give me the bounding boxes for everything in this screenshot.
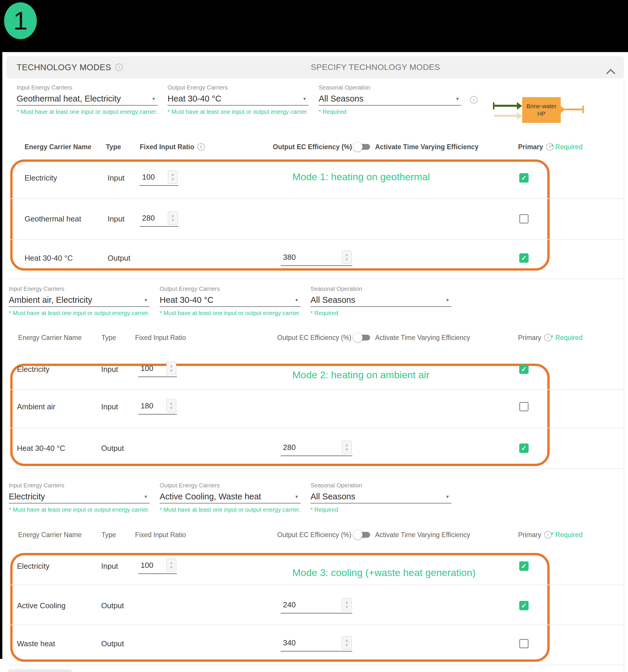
mode-2-annotation: Mode 2: heating on ambient air xyxy=(292,369,429,381)
fixed-input-ratio-field[interactable]: 100 ∧∨ xyxy=(138,361,177,377)
carrier-table-header: Energy Carrier Name Type Fixed Input Rat… xyxy=(0,331,628,344)
step-number-badge: 1 xyxy=(4,2,37,39)
output-efficiency-field[interactable]: 280 ∧∨ xyxy=(281,440,352,456)
seasonal-select[interactable]: All Seasons ▼ xyxy=(310,293,451,307)
section-divider xyxy=(9,665,624,665)
stepper-up-icon: ∧ xyxy=(171,173,174,177)
input-carriers-group: Input Energy Carriers Electricity ▼ * Mu… xyxy=(9,482,150,513)
carrier-table-header: Energy Carrier Name Type Fixed Input Rat… xyxy=(0,140,628,153)
number-stepper[interactable]: ∧∨ xyxy=(166,558,176,572)
stepper-down-icon: ∨ xyxy=(171,218,174,222)
number-stepper[interactable]: ∧∨ xyxy=(166,362,176,375)
primary-checkbox[interactable] xyxy=(519,443,529,453)
technology-diagram: Brine-water HP xyxy=(492,94,589,125)
input-carriers-select[interactable]: Geothermal heat, Electricity ▼ xyxy=(17,92,157,105)
seasonal-select[interactable]: All Seasons ▼ xyxy=(310,490,451,503)
info-icon[interactable]: i xyxy=(115,64,123,71)
primary-checkbox[interactable] xyxy=(519,254,529,263)
time-varying-toggle[interactable] xyxy=(353,530,372,540)
mode-3-annotation: Mode 3: cooling (+waste heat generation) xyxy=(292,567,476,578)
carrier-hint: * Must have at least one input or output… xyxy=(17,109,157,115)
panel-subtitle: SPECIFY TECHNOLOGY MODES xyxy=(311,56,440,78)
number-stepper[interactable]: ∧∨ xyxy=(342,598,352,611)
info-icon[interactable]: i xyxy=(470,96,478,103)
carrier-row: Geothermal heat Input 280 ∧∨ xyxy=(0,210,628,227)
input-carriers-group: Input Energy Carriers Ambient air, Elect… xyxy=(9,286,150,316)
output-efficiency-field[interactable]: 240 ∧∨ xyxy=(281,598,352,614)
number-stepper[interactable]: ∧∨ xyxy=(342,636,352,649)
fixed-input-ratio-field[interactable]: 180 ∧∨ xyxy=(138,399,177,414)
stepper-down-icon: ∨ xyxy=(345,447,348,451)
output-carriers-select[interactable]: Active Cooling, Waste heat ▼ xyxy=(160,490,301,503)
carrier-row: Active Cooling Output 240 ∧∨ xyxy=(0,597,628,615)
primary-checkbox[interactable] xyxy=(519,173,529,183)
required-hint: * Required xyxy=(319,109,461,115)
number-stepper[interactable]: ∧∨ xyxy=(168,211,178,225)
seasonal-select[interactable]: All Seasons ▼ xyxy=(319,92,461,105)
carrier-hint: * Must have at least one input or output… xyxy=(168,109,308,115)
partial-button[interactable] xyxy=(8,669,72,672)
output-carriers-group: Output Energy Carriers Heat 30-40 °C ▼ *… xyxy=(160,286,301,316)
top-black-bar xyxy=(0,0,628,52)
stepper-down-icon: ∨ xyxy=(345,257,348,261)
row-divider xyxy=(9,198,624,199)
panel-title-group: TECHNOLOGY MODES i xyxy=(17,56,123,78)
number-stepper[interactable]: ∧∨ xyxy=(166,399,176,412)
input-carriers-select[interactable]: Electricity ▼ xyxy=(9,490,150,503)
primary-checkbox[interactable] xyxy=(519,364,529,374)
dropdown-caret-icon: ▼ xyxy=(295,297,301,303)
dropdown-caret-icon: ▼ xyxy=(445,494,451,499)
primary-checkbox[interactable] xyxy=(519,214,529,223)
stepper-down-icon: ∨ xyxy=(345,605,348,609)
number-stepper[interactable]: ∧∨ xyxy=(342,250,352,264)
info-icon[interactable]: i xyxy=(197,143,205,151)
input-carriers-label: Input Energy Carriers xyxy=(17,84,157,91)
stepper-up-icon: ∧ xyxy=(345,639,348,643)
stepper-up-icon: ∧ xyxy=(170,561,173,565)
time-varying-toggle[interactable] xyxy=(353,142,372,152)
stepper-down-icon: ∨ xyxy=(171,177,174,181)
seasonal-operation-group: Seasonal Operation All Seasons ▼ * Requi… xyxy=(319,84,461,115)
output-carriers-select[interactable]: Heat 30-40 °C ▼ xyxy=(160,293,301,307)
fixed-input-ratio-field[interactable]: 100 ∧∨ xyxy=(138,558,177,574)
stepper-down-icon: ∨ xyxy=(170,565,173,569)
input-carriers-group: Input Energy Carriers Geothermal heat, E… xyxy=(17,84,157,115)
primary-checkbox[interactable] xyxy=(519,639,529,648)
number-stepper[interactable]: ∧∨ xyxy=(168,170,178,184)
carrier-row: Heat 30-40 °C Output 380 ∧∨ xyxy=(0,249,628,267)
primary-checkbox[interactable] xyxy=(519,402,529,411)
primary-checkbox[interactable] xyxy=(519,561,529,571)
input-carriers-select[interactable]: Ambient air, Electricity ▼ xyxy=(9,293,150,307)
stepper-up-icon: ∧ xyxy=(170,402,173,406)
seasonal-label: Seasonal Operation xyxy=(319,84,461,91)
stepper-up-icon: ∧ xyxy=(345,253,348,257)
carrier-row: Waste heat Output 340 ∧∨ xyxy=(0,635,628,652)
fixed-input-ratio-field[interactable]: 280 ∧∨ xyxy=(140,211,178,227)
section-divider xyxy=(9,468,624,469)
row-divider xyxy=(9,239,624,240)
fixed-input-ratio-field[interactable]: 100 ∧∨ xyxy=(140,170,178,186)
time-varying-toggle[interactable] xyxy=(353,332,372,343)
output-carriers-group: Output Energy Carriers Heat 30-40 °C ▼ *… xyxy=(168,84,308,115)
output-efficiency-field[interactable]: 340 ∧∨ xyxy=(281,636,352,651)
secondary-input-arrow xyxy=(494,115,518,117)
dropdown-caret-icon: ▼ xyxy=(455,96,461,101)
stepper-down-icon: ∨ xyxy=(170,406,173,410)
section-divider xyxy=(9,279,624,279)
seasonal-operation-group: Seasonal Operation All Seasons ▼ * Requi… xyxy=(310,286,451,316)
stepper-up-icon: ∧ xyxy=(170,364,173,368)
carrier-table-header: Energy Carrier Name Type Fixed Input Rat… xyxy=(0,528,628,541)
dropdown-caret-icon: ▼ xyxy=(445,297,451,303)
output-carriers-select[interactable]: Heat 30-40 °C ▼ xyxy=(168,92,308,105)
stepper-up-icon: ∧ xyxy=(345,601,348,605)
mode-1-annotation: Mode 1: heating on geothermal xyxy=(292,171,430,183)
output-carriers-label: Output Energy Carriers xyxy=(168,84,308,91)
dropdown-caret-icon: ▼ xyxy=(295,494,301,499)
primary-checkbox[interactable] xyxy=(519,601,529,610)
seasonal-operation-group: Seasonal Operation All Seasons ▼ * Requi… xyxy=(310,482,451,513)
stepper-up-icon: ∧ xyxy=(345,443,348,447)
output-efficiency-field[interactable]: 380 ∧∨ xyxy=(281,250,352,266)
panel-title: TECHNOLOGY MODES xyxy=(17,63,111,72)
row-divider xyxy=(9,625,624,625)
number-stepper[interactable]: ∧∨ xyxy=(342,440,352,454)
